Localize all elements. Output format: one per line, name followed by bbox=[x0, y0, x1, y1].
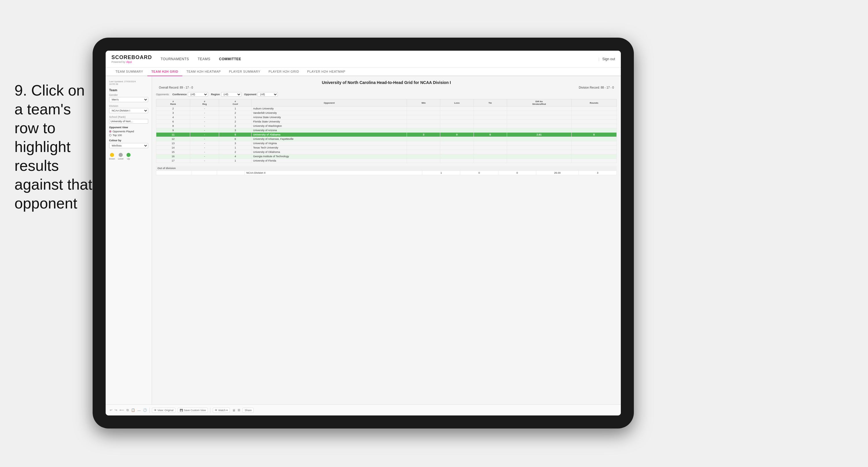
diff-cell bbox=[507, 107, 571, 111]
table-row[interactable]: 8-2University of Washington bbox=[156, 124, 617, 128]
reg-cell: - bbox=[190, 107, 219, 111]
col-rank: #Rank bbox=[156, 99, 190, 107]
main-content: Last Updated: 27/03/2024 16:55:38 Team G… bbox=[106, 76, 621, 405]
rank-cell: 14 bbox=[156, 146, 190, 150]
nav-tournaments[interactable]: TOURNAMENTS bbox=[161, 56, 189, 62]
reg-cell: - bbox=[190, 146, 219, 150]
tab-player-h2h-grid[interactable]: PLAYER H2H GRID bbox=[265, 67, 303, 76]
copy-icon[interactable]: ⧉ bbox=[126, 408, 129, 412]
table-row[interactable]: 9-3University of Arizona bbox=[156, 128, 617, 133]
legend-down: Down bbox=[109, 153, 115, 160]
opponent-label: Opponent bbox=[244, 93, 257, 96]
legend-level: Level bbox=[118, 153, 123, 160]
legend-down-label: Down bbox=[109, 157, 115, 160]
gender-select[interactable]: Men's bbox=[109, 97, 148, 102]
division-record: Division Record: 88 - 17 - 0 bbox=[579, 86, 614, 89]
out-division-row[interactable]: NCAA Division II 1 0 0 26.00 3 bbox=[156, 171, 617, 175]
redo-icon[interactable]: ↪ bbox=[115, 408, 117, 412]
tab-team-h2h-heatmap[interactable]: TEAM H2H HEATMAP bbox=[182, 67, 225, 76]
undo-icon[interactable]: ↩ bbox=[110, 408, 112, 412]
nav-teams[interactable]: TEAMS bbox=[198, 56, 210, 62]
h2h-table: #Rank #Reg #Conf Opponent Win Loss Tie D… bbox=[156, 99, 617, 163]
tablet-device: SCOREBOARD Powered by clippi TOURNAMENTS… bbox=[93, 38, 634, 429]
loss-cell bbox=[440, 115, 473, 120]
table-row[interactable]: 13-3University of Virginia bbox=[156, 141, 617, 146]
rounds-cell bbox=[571, 124, 617, 128]
sign-out[interactable]: Sign out bbox=[598, 57, 615, 61]
instruction-body: Click on a team's row to highlight resul… bbox=[14, 82, 92, 212]
rounds-cell bbox=[571, 137, 617, 141]
diff-cell bbox=[507, 150, 571, 154]
conf-cell: 1 bbox=[219, 159, 251, 163]
rank-cell: 8 bbox=[156, 124, 190, 128]
sign-out-label: Sign out bbox=[602, 57, 615, 61]
table-row[interactable]: 14-1Texas Tech University bbox=[156, 146, 617, 150]
screen-icon[interactable]: 🖥 bbox=[232, 409, 235, 412]
save-custom-view-btn[interactable]: 💾 Save Custom View bbox=[178, 408, 208, 413]
out-div-name: NCAA Division II bbox=[245, 171, 422, 175]
save-label: Save Custom View bbox=[184, 409, 206, 412]
gender-label: Gender bbox=[109, 93, 148, 96]
win-cell bbox=[407, 124, 440, 128]
region-select[interactable]: (All) bbox=[221, 92, 241, 97]
tab-player-h2h-heatmap[interactable]: PLAYER H2H HEATMAP bbox=[303, 67, 349, 76]
legend-level-circle bbox=[119, 153, 123, 157]
opponent-cell: University of Florida bbox=[251, 159, 407, 163]
clock-icon[interactable]: 🕐 bbox=[143, 408, 147, 412]
separator-1 bbox=[149, 408, 150, 413]
conference-select[interactable]: (All) bbox=[188, 92, 208, 97]
rounds-cell bbox=[571, 115, 617, 120]
rank-cell: 17 bbox=[156, 159, 190, 163]
division-label: Division bbox=[109, 105, 148, 108]
tab-player-summary[interactable]: PLAYER SUMMARY bbox=[225, 67, 265, 76]
loss-cell bbox=[440, 154, 473, 159]
table-row[interactable]: 4-1Arizona State University bbox=[156, 115, 617, 120]
win-cell bbox=[407, 141, 440, 146]
opponent-cell: Vanderbilt University bbox=[251, 111, 407, 115]
paste-icon[interactable]: 📋 bbox=[131, 408, 135, 412]
diff-cell bbox=[507, 111, 571, 115]
table-row[interactable]: 16-4Georgia Institute of Technology bbox=[156, 154, 617, 159]
rank-cell: 6 bbox=[156, 120, 190, 124]
win-cell bbox=[407, 150, 440, 154]
table-row[interactable]: 12-6University of Arkansas, Fayetteville bbox=[156, 137, 617, 141]
rounds-cell bbox=[571, 107, 617, 111]
table-row[interactable]: 17-1University of Florida bbox=[156, 159, 617, 163]
opponent-select[interactable]: (All) bbox=[257, 92, 278, 97]
out-div-tie: 0 bbox=[498, 171, 536, 175]
sidebar-team-title: Team bbox=[109, 88, 148, 92]
table-row[interactable]: 6-2Florida State University bbox=[156, 120, 617, 124]
colour-by-title: Colour by bbox=[109, 139, 148, 142]
dash-icon[interactable]: — bbox=[137, 409, 141, 412]
division-select[interactable]: NCAA Division I bbox=[109, 108, 148, 113]
table-row[interactable]: 2-1Auburn University bbox=[156, 107, 617, 111]
opponent-cell: Auburn University bbox=[251, 107, 407, 111]
table-row[interactable]: 15-2University of Oklahoma bbox=[156, 150, 617, 154]
view-original-btn[interactable]: 👁 View: Original bbox=[152, 408, 176, 413]
share-btn[interactable]: Share bbox=[243, 408, 253, 413]
rounds-cell bbox=[571, 146, 617, 150]
radio-opponents-played[interactable]: Opponents Played bbox=[109, 130, 148, 133]
watch-btn[interactable]: 👁 Watch ▾ bbox=[213, 408, 230, 413]
colour-by-select[interactable]: Win/loss bbox=[109, 143, 148, 148]
out-div-reg bbox=[192, 171, 217, 175]
back-icon[interactable]: ⟵ bbox=[120, 408, 124, 412]
loss-cell bbox=[440, 141, 473, 146]
conf-cell: 3 bbox=[219, 141, 251, 146]
tab-team-summary[interactable]: TEAM SUMMARY bbox=[112, 67, 147, 76]
radio-top100[interactable]: Top 100 bbox=[109, 134, 148, 137]
legend-level-label: Level bbox=[118, 157, 123, 160]
out-division-table: NCAA Division II 1 0 0 26.00 3 bbox=[156, 171, 617, 175]
view-label: View: Original bbox=[157, 409, 174, 412]
reg-cell: - bbox=[190, 137, 219, 141]
rounds-cell bbox=[571, 154, 617, 159]
reg-cell: - bbox=[190, 120, 219, 124]
win-cell bbox=[407, 146, 440, 150]
table-row[interactable]: 3-2Vanderbilt University bbox=[156, 111, 617, 115]
tab-team-h2h-grid[interactable]: TEAM H2H GRID bbox=[147, 67, 182, 76]
table-row[interactable]: 11-5University of Alabama3002.618 bbox=[156, 133, 617, 137]
conf-cell: 2 bbox=[219, 124, 251, 128]
grid-icon[interactable]: ⊞ bbox=[238, 408, 240, 412]
tablet-screen: SCOREBOARD Powered by clippi TOURNAMENTS… bbox=[106, 51, 621, 415]
nav-committee[interactable]: COMMITTEE bbox=[219, 56, 241, 62]
